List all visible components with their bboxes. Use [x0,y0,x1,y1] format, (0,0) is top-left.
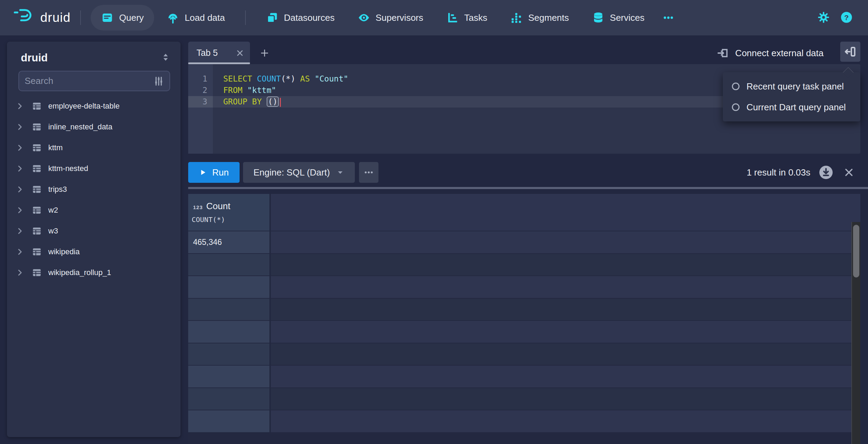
row-filler [271,366,860,387]
row-filler [271,231,860,253]
run-label: Run [212,167,229,178]
chevron-right-icon[interactable] [16,144,24,152]
table-item-employee-delta-table[interactable]: employee-delta-table [7,96,181,117]
text-cursor [280,98,281,107]
empty-cell [188,343,270,365]
nav-divider [245,10,246,25]
tab-close-icon[interactable] [235,49,244,58]
download-results-button[interactable] [818,164,834,180]
table-icon [32,122,42,132]
druid-logo-icon [12,7,34,28]
table-item-w3[interactable]: w3 [7,221,181,241]
table-name: employee-delta-table [48,102,119,111]
search-input[interactable] [25,76,153,86]
nav-item-supervisors[interactable]: Supervisors [347,5,434,31]
table-item-wikipedia[interactable]: wikipedia [7,241,181,262]
table-item-trips3[interactable]: trips3 [7,179,181,200]
table-item-w2[interactable]: w2 [7,200,181,221]
import-data-icon [717,47,729,59]
chevron-right-icon[interactable] [16,268,24,277]
empty-row [188,299,860,321]
druid-logo[interactable]: druid [12,7,70,28]
gear-icon [817,11,830,25]
nav-item-label: Query [119,12,144,23]
row-filler [271,276,860,298]
nav-item-load-data[interactable]: Load data [156,5,235,31]
empty-row [188,254,860,276]
nav-item-label: Services [610,12,645,23]
table-item-inline_nested_data[interactable]: inline_nested_data [7,117,181,137]
side-panel-toggle-button[interactable] [840,42,860,62]
row-filler [271,299,860,321]
nav-item-tasks[interactable]: Tasks [436,5,498,31]
results-vertical-scrollbar[interactable] [851,222,860,444]
empty-row [188,343,860,365]
nav-item-segments[interactable]: Segments [500,5,579,31]
connect-external-data-label: Connect external data [735,48,824,59]
table-icon [32,101,42,111]
datasources-icon [266,11,278,24]
chevron-right-icon[interactable] [16,248,24,256]
engine-select-button[interactable]: Engine: SQL (Dart) [243,162,355,183]
table-item-wikipedia_rollup_1[interactable]: wikipedia_rollup_1 [7,262,181,283]
nav-overflow-button[interactable] [655,12,682,24]
table-item-kttm-nested[interactable]: kttm-nested [7,158,181,179]
empty-row [188,321,860,343]
nav-divider [80,10,81,25]
column-name: Count [206,201,230,212]
header-filler [271,194,860,231]
empty-cell [188,299,270,321]
scrollbar-thumb[interactable] [853,225,859,278]
filter-sliders-icon[interactable] [153,76,164,86]
column-header-count[interactable]: 123 Count COUNT(*) [188,194,270,231]
radio-icon[interactable] [732,103,740,111]
search-box [18,71,170,91]
result-status: 1 result in 0.03s [746,167,810,178]
option-current-dart-query-panel[interactable]: Current Dart query panel [723,98,860,117]
help-button[interactable]: ? [840,11,853,25]
nav-item-query[interactable]: Query [91,5,154,31]
svg-text:?: ? [844,13,849,21]
connect-external-data-button[interactable]: Connect external data [717,44,824,62]
line-number: 1 [188,73,213,85]
run-button[interactable]: Run [188,162,240,183]
radio-icon[interactable] [732,83,740,90]
query-tab-bar: Tab 5 Connect external data [188,42,860,64]
load-data-icon [167,11,179,24]
more-options-button[interactable] [359,162,378,183]
caret-down-icon [336,168,344,177]
table-name: kttm [48,143,63,152]
ellipsis-icon [364,167,374,178]
empty-row [188,410,860,432]
result-cell-count[interactable]: 465,346 [188,231,270,253]
editor-results-splitter[interactable] [188,187,868,189]
services-icon [592,11,604,24]
chevron-right-icon[interactable] [16,206,24,214]
chevron-right-icon[interactable] [16,123,24,131]
new-tab-button[interactable] [258,46,272,60]
play-icon [199,169,207,176]
option-recent-query-task-panel[interactable]: Recent query task panel [723,77,860,96]
settings-button[interactable] [817,11,830,25]
table-icon [32,205,42,215]
nav-item-datasources[interactable]: Datasources [256,5,345,31]
empty-cell [188,276,270,298]
close-results-button[interactable] [844,167,854,178]
empty-row [188,388,860,410]
nav-item-label: Segments [528,12,569,23]
chevron-right-icon[interactable] [16,185,24,194]
chevron-right-icon[interactable] [16,164,24,173]
line-number: 3 [188,96,213,108]
tab-label: Tab 5 [197,48,218,58]
numeric-type-icon: 123 [193,204,203,210]
table-item-kttm[interactable]: kttm [7,137,181,158]
table-name: wikipedia [48,247,80,256]
chevron-right-icon[interactable] [16,227,24,235]
nav-item-services[interactable]: Services [582,5,655,31]
tab-tab5[interactable]: Tab 5 [188,42,250,64]
double-caret-icon[interactable] [160,51,171,65]
chevron-right-icon[interactable] [16,102,24,110]
row-filler [271,410,860,432]
engine-label: Engine: SQL (Dart) [253,167,330,178]
table-name: inline_nested_data [48,122,112,131]
